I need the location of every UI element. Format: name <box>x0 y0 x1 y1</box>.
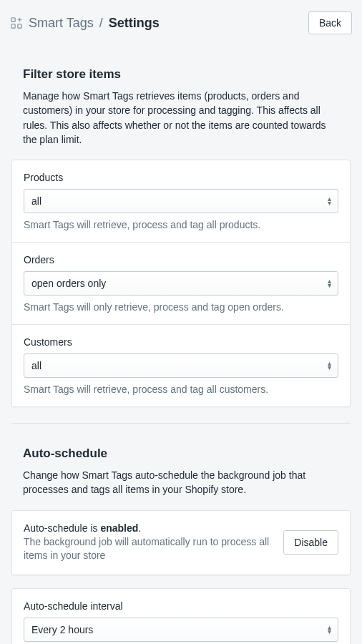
products-help: Smart Tags will retrieve, process and ta… <box>24 219 338 230</box>
svg-rect-2 <box>18 24 21 28</box>
back-button[interactable]: Back <box>308 11 352 34</box>
customers-label: Customers <box>24 336 338 348</box>
auto-status-text: Auto-schedule is enabled. <box>24 522 272 534</box>
orders-select[interactable]: open orders only <box>24 271 338 296</box>
auto-section-desc: Change how Smart Tags auto-schedule the … <box>11 468 351 497</box>
interval-label: Auto-schedule interval <box>24 600 338 612</box>
auto-status-sub: The background job will automatically ru… <box>24 535 272 563</box>
customers-select[interactable]: all <box>24 353 338 378</box>
orders-label: Orders <box>24 254 338 265</box>
svg-rect-0 <box>11 18 15 21</box>
disable-button[interactable]: Disable <box>283 530 338 555</box>
orders-help: Smart Tags will only retrieve, process a… <box>24 301 338 313</box>
interval-select[interactable]: Every 2 hours <box>24 618 338 642</box>
customers-help: Smart Tags will retrieve, process and ta… <box>24 384 338 395</box>
breadcrumb-current: Settings <box>109 16 160 31</box>
products-select[interactable]: all <box>24 189 338 213</box>
auto-section-title: Auto-schedule <box>11 447 351 461</box>
section-divider <box>11 423 351 424</box>
app-grid-icon <box>10 16 23 29</box>
svg-rect-1 <box>11 24 15 28</box>
filter-section-desc: Manage how Smart Tags retrieves items (p… <box>11 89 351 147</box>
breadcrumb-separator: / <box>99 16 103 31</box>
breadcrumb-app[interactable]: Smart Tags <box>10 16 94 31</box>
filter-section-title: Filter store items <box>11 67 351 82</box>
auto-interval-card: Auto-schedule interval Every 2 hours ▴▾ <box>11 588 351 644</box>
auto-status-card: Auto-schedule is enabled. The background… <box>11 510 351 575</box>
breadcrumb: Smart Tags / Settings <box>10 16 160 31</box>
breadcrumb-app-label: Smart Tags <box>29 16 94 31</box>
filter-card: Products all ▴▾ Smart Tags will retrieve… <box>11 160 351 407</box>
products-label: Products <box>24 172 338 183</box>
